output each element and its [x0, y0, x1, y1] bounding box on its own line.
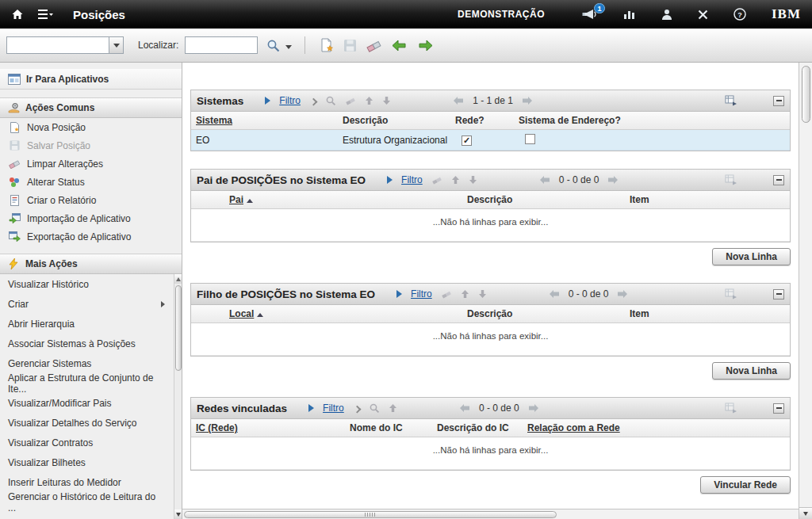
sidebar-item-nova-posicao[interactable]: Nova Posição — [0, 118, 182, 136]
sidebar-item-criar-relatorio[interactable]: Criar o Relatório — [0, 191, 182, 209]
goto-menu-icon[interactable] — [38, 9, 54, 20]
filter-link[interactable]: Filtro — [401, 174, 423, 185]
scroll-down-icon[interactable] — [799, 507, 812, 519]
sidebar-item-limpar-alteracoes[interactable]: Limpar Alterações — [0, 155, 182, 173]
column-header-label[interactable]: Local — [229, 308, 254, 319]
collapse-icon[interactable] — [773, 96, 784, 106]
sidebar-item-aplicar-estrutura[interactable]: Aplicar a Estrutura de Conjunto de Ite..… — [0, 373, 173, 393]
query-select-caret-icon[interactable] — [109, 37, 123, 53]
help-icon[interactable]: ? — [733, 8, 746, 21]
filter-expand-icon[interactable] — [265, 93, 270, 108]
prev-page-icon — [549, 289, 560, 299]
section-title: Pai de POSIÇÕES no Sistema EO — [197, 174, 366, 186]
section-title: Filho de POSIÇÕES no Sistema EO — [197, 288, 375, 300]
scroll-down-icon[interactable] — [174, 509, 182, 519]
vertical-scrollbar-thumb[interactable] — [802, 66, 810, 123]
column-header-ic-rede[interactable]: IC (Rede) — [191, 422, 345, 433]
sidebar-item-label: Visualizar Contratos — [8, 437, 93, 448]
previous-record-icon[interactable] — [389, 39, 409, 52]
search-icon — [369, 403, 380, 414]
sidebar-item-go-to-applications[interactable]: Ir Para Aplicativos — [0, 69, 182, 90]
vincular-rede-button[interactable]: Vincular Rede — [700, 476, 791, 494]
sidebar-item-visualizar-detalhes-servico[interactable]: Visualizar Detalhes do Serviço — [0, 413, 173, 433]
redes-panel-header: Redes vinculadas Filtro 0 - 0 de 0 — [191, 398, 790, 419]
filter-expand-icon[interactable] — [387, 173, 393, 187]
sidebar-item-criar[interactable]: Criar — [0, 294, 173, 314]
announcements-icon[interactable]: 1 — [581, 8, 598, 21]
column-header-relacao-rede[interactable]: Relação com a Rede — [523, 422, 790, 433]
sidebar-scrollbar[interactable] — [174, 274, 182, 519]
query-select-input[interactable] — [7, 37, 109, 53]
download-icon[interactable] — [725, 95, 737, 106]
column-header-sistema[interactable]: Sistema — [191, 115, 338, 126]
sidebar-item-exportacao-aplicativo[interactable]: Exportação de Aplicativo — [0, 227, 182, 246]
sidebar-item-label: Abrir Hierarquia — [8, 319, 75, 330]
sidebar-item-alterar-status[interactable]: Alterar Status — [0, 173, 182, 191]
collapse-icon[interactable] — [773, 175, 784, 185]
sidebar-item-importacao-aplicativo[interactable]: Importação de Aplicativo — [0, 209, 182, 227]
rede-checkbox[interactable]: ✓ — [462, 135, 472, 146]
vertical-scrollbar[interactable] — [799, 63, 812, 519]
sidebar-item-gerenciar-sistemas[interactable]: Gerenciar Sistemas — [0, 353, 173, 373]
filter-link[interactable]: Filtro — [279, 95, 301, 106]
nova-linha-button[interactable]: Nova Linha — [712, 362, 791, 380]
next-page-icon — [522, 96, 533, 105]
home-icon[interactable] — [11, 8, 24, 21]
collapse-icon[interactable] — [773, 403, 784, 414]
sidebar-item-visualizar-modificar-pais[interactable]: Visualizar/Modificar Pais — [0, 393, 173, 413]
redes-column-headers: IC (Rede) Nome do IC Descrição do IC Rel… — [191, 419, 790, 437]
empty-table-message: ...Não há linhas para exibir... — [191, 323, 790, 356]
download-icon — [725, 174, 737, 185]
signout-icon[interactable] — [698, 10, 708, 20]
collapse-icon[interactable] — [773, 289, 784, 300]
status-icon — [8, 177, 21, 188]
sidebar-item-label: Associar Sistemas à Posições — [8, 338, 136, 349]
sidebar-item-associar-sistemas[interactable]: Associar Sistemas à Posições — [0, 334, 173, 353]
sidebar-scrollbar-thumb[interactable] — [175, 285, 182, 371]
query-select[interactable] — [6, 36, 124, 54]
ibm-logo: IBM — [772, 6, 801, 22]
section-filho: Filho de POSIÇÕES no Sistema EO Filtro 0… — [190, 283, 791, 380]
next-record-icon[interactable] — [416, 39, 435, 52]
horizontal-scrollbar-thumb[interactable] — [184, 511, 557, 518]
filter-expand-icon[interactable] — [396, 287, 402, 301]
search-icon[interactable] — [264, 38, 282, 53]
nova-linha-button[interactable]: Nova Linha — [712, 248, 791, 265]
sidebar-item-inserir-leituras-medidor[interactable]: Inserir Leituras do Medidor — [0, 472, 173, 492]
filter-link[interactable]: Filtro — [411, 288, 432, 300]
cell-sistema[interactable]: EO — [191, 135, 338, 146]
filter-expand-icon[interactable] — [308, 401, 314, 415]
scroll-up-icon[interactable] — [174, 274, 182, 284]
localizar-input[interactable] — [185, 36, 258, 54]
header-left: Posições — [11, 8, 125, 21]
move-up-icon — [461, 289, 469, 299]
next-page-icon — [617, 289, 628, 299]
toolbar-separator — [304, 36, 305, 54]
column-header-local[interactable]: Local — [224, 308, 462, 319]
sidebar-item-visualizar-bilhetes[interactable]: Visualizar Bilhetes — [0, 452, 173, 472]
sort-asc-icon — [247, 199, 253, 203]
filter-link[interactable]: Filtro — [323, 403, 344, 414]
sidebar-item-visualizar-contratos[interactable]: Visualizar Contratos — [0, 433, 173, 452]
sistema-endereco-checkbox[interactable] — [525, 134, 535, 144]
sidebar-item-label: Visualizar/Modificar Pais — [8, 398, 112, 409]
column-header-label[interactable]: Pai — [229, 194, 243, 205]
reports-icon[interactable] — [623, 9, 636, 20]
move-down-icon — [469, 175, 477, 185]
sidebar-item-gerenciar-historico-leitura[interactable]: Gerenciar o Histórico de Leitura do ... — [0, 492, 173, 512]
applications-icon — [8, 74, 21, 85]
horizontal-scrollbar[interactable] — [182, 509, 799, 519]
workspace: Ir Para Aplicativos Ações Comuns Nova Po… — [0, 63, 812, 519]
search-options-caret-icon[interactable] — [285, 38, 292, 52]
column-header-pai[interactable]: Pai — [224, 194, 462, 205]
sistemas-panel: Sistemas Filtro 1 - 1 de 1 — [190, 90, 791, 151]
sidebar-item-visualizar-historico[interactable]: Visualizar Histórico — [0, 274, 173, 294]
sidebar-item-label: Aplicar a Estrutura de Conjunto de Ite..… — [8, 372, 165, 395]
sidebar-item-abrir-hierarquia[interactable]: Abrir Hierarquia — [0, 314, 173, 334]
clear-changes-icon[interactable] — [365, 39, 383, 52]
download-icon — [725, 288, 737, 300]
table-row-eo[interactable]: EO Estrutura Organizacional ✓ — [191, 130, 790, 151]
new-record-icon[interactable] — [318, 38, 335, 52]
move-down-icon — [478, 289, 487, 299]
profile-icon[interactable] — [661, 9, 672, 21]
